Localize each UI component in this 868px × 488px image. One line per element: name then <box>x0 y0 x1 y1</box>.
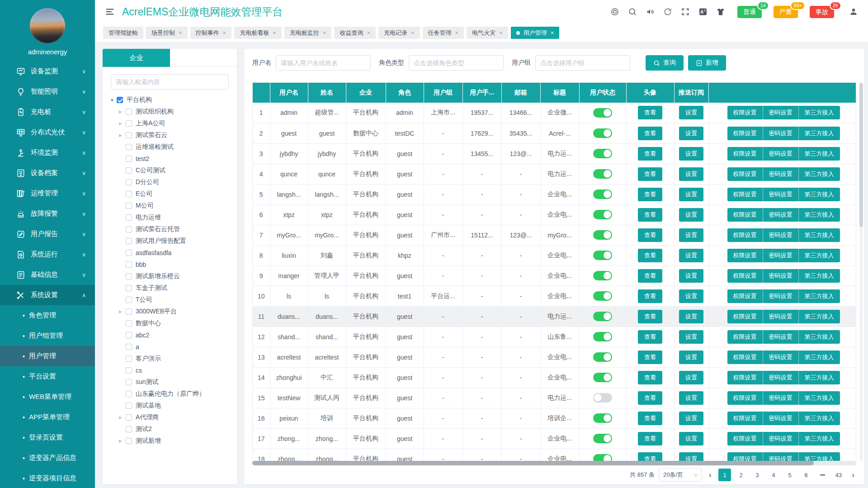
user-status-toggle[interactable] <box>593 210 612 219</box>
tab-close-icon[interactable]: × <box>223 29 226 36</box>
tree-node-root[interactable]: ▼ 平台机构 <box>110 94 237 106</box>
add-button[interactable]: 新增 <box>688 55 726 71</box>
view-avatar-button[interactable]: 查看 <box>638 188 662 201</box>
checkbox[interactable] <box>126 391 132 397</box>
user-status-toggle[interactable] <box>593 230 612 240</box>
checkbox[interactable] <box>126 167 132 174</box>
sidebar-subitem-3[interactable]: •平台设置 <box>0 366 95 387</box>
tree-node-8[interactable]: M公司 <box>119 200 237 212</box>
checkbox[interactable] <box>126 156 132 162</box>
push-settings-button[interactable]: 设置 <box>679 269 703 283</box>
avatar[interactable] <box>30 8 65 43</box>
password-settings-button[interactable]: 密码设置 <box>763 147 799 161</box>
view-avatar-button[interactable]: 查看 <box>638 167 662 181</box>
tab-close-icon[interactable]: × <box>551 29 554 36</box>
view-avatar-button[interactable]: 查看 <box>638 432 662 445</box>
user-status-toggle[interactable] <box>593 128 612 138</box>
tree-node-23[interactable]: sun测试 <box>119 376 237 388</box>
checkbox[interactable] <box>126 426 132 432</box>
page-3[interactable]: 3 <box>751 469 764 481</box>
push-settings-button[interactable]: 设置 <box>679 127 703 140</box>
tree-node-20[interactable]: a <box>119 341 237 353</box>
sidebar-item-9[interactable]: 系统运行∨ <box>0 244 95 265</box>
permission-settings-button[interactable]: 权限设置 <box>727 432 763 445</box>
tree-node-9[interactable]: 电力运维 <box>119 212 237 223</box>
tree-node-19[interactable]: abc2 <box>119 329 237 341</box>
user-status-toggle[interactable] <box>593 190 612 199</box>
checkbox[interactable] <box>126 226 132 232</box>
tree-node-3[interactable]: 运维巡检测试 <box>119 141 237 153</box>
checkbox[interactable] <box>126 238 132 244</box>
tree-node-18[interactable]: 数据中心 <box>119 317 237 329</box>
checkbox[interactable] <box>126 414 132 421</box>
push-settings-button[interactable]: 设置 <box>679 147 703 161</box>
password-settings-button[interactable]: 密码设置 <box>763 412 799 425</box>
checkbox[interactable] <box>126 438 132 444</box>
tree-node-21[interactable]: 客户演示 <box>119 353 237 365</box>
tree-node-26[interactable]: ▶A代理商 <box>119 412 237 423</box>
sidebar-item-6[interactable]: 运维管理∨ <box>0 183 95 204</box>
permission-settings-button[interactable]: 权限设置 <box>727 391 763 405</box>
push-settings-button[interactable]: 设置 <box>679 412 703 425</box>
checkbox[interactable] <box>126 403 132 409</box>
tab-2[interactable]: 控制事件× <box>190 27 232 39</box>
tree-node-24[interactable]: 山东赢伦电力（原广烨） <box>119 388 237 400</box>
tab-1[interactable]: 场景控制× <box>146 27 188 39</box>
view-avatar-button[interactable]: 查看 <box>638 391 662 405</box>
query-button[interactable]: 查询 <box>646 55 684 71</box>
caret-right-icon[interactable]: ▶ <box>119 121 126 126</box>
checkbox[interactable] <box>126 214 132 221</box>
checkbox[interactable] <box>126 355 132 362</box>
view-avatar-button[interactable]: 查看 <box>638 452 662 462</box>
page-6[interactable]: 6 <box>800 469 812 481</box>
third-party-access-button[interactable]: 第三方接入 <box>799 351 840 364</box>
third-party-access-button[interactable]: 第三方接入 <box>799 371 840 384</box>
push-settings-button[interactable]: 设置 <box>679 371 703 384</box>
view-avatar-button[interactable]: 查看 <box>638 289 662 303</box>
checkbox[interactable] <box>126 261 132 268</box>
tab-close-icon[interactable]: × <box>499 29 503 36</box>
view-avatar-button[interactable]: 查看 <box>638 228 662 242</box>
tree-node-27[interactable]: 测试2 <box>119 423 237 435</box>
user-status-toggle[interactable] <box>593 454 612 461</box>
caret-right-icon[interactable]: ▶ <box>119 133 126 137</box>
user-status-toggle[interactable] <box>593 434 612 443</box>
horizontal-scrollbar-thumb[interactable] <box>252 461 814 465</box>
tab-7[interactable]: 任务管理× <box>423 27 464 39</box>
view-avatar-button[interactable]: 查看 <box>638 310 662 323</box>
sidebar-item-0[interactable]: 设备监测∨ <box>0 61 95 81</box>
sidebar-item-8[interactable]: 用户报告∨ <box>0 224 95 244</box>
checkbox[interactable] <box>126 132 132 138</box>
search-icon[interactable] <box>628 7 637 16</box>
tree-node-28[interactable]: ▶测试新增 <box>119 435 237 447</box>
caret-right-icon[interactable]: ▶ <box>119 415 126 420</box>
tree-node-6[interactable]: D分公司 <box>119 176 237 188</box>
password-settings-button[interactable]: 密码设置 <box>763 391 799 405</box>
caret-right-icon[interactable]: ▶ <box>119 309 126 314</box>
tree-node-14[interactable]: 测试新增乐橙云 <box>119 270 237 282</box>
push-settings-button[interactable]: 设置 <box>679 228 703 242</box>
tab-close-icon[interactable]: × <box>367 29 370 36</box>
checkbox[interactable] <box>126 297 132 303</box>
push-settings-button[interactable]: 设置 <box>679 208 703 222</box>
third-party-access-button[interactable]: 第三方接入 <box>799 106 840 119</box>
permission-settings-button[interactable]: 权限设置 <box>727 106 763 119</box>
sidebar-subitem-0[interactable]: •角色管理 <box>0 305 95 326</box>
translate-icon[interactable]: A文 <box>698 7 708 16</box>
tab-5[interactable]: 收益查询× <box>334 27 376 39</box>
password-settings-button[interactable]: 密码设置 <box>763 188 799 201</box>
checkbox[interactable] <box>126 367 132 374</box>
theme-icon[interactable] <box>716 7 725 16</box>
tree-node-25[interactable]: 测试基地 <box>119 400 237 412</box>
view-avatar-button[interactable]: 查看 <box>638 351 662 364</box>
view-avatar-button[interactable]: 查看 <box>638 249 662 262</box>
caret-right-icon[interactable]: ▶ <box>119 439 126 443</box>
push-settings-button[interactable]: 设置 <box>679 351 703 364</box>
third-party-access-button[interactable]: 第三方接入 <box>799 127 840 140</box>
tree-node-10[interactable]: 测试萤石云托管 <box>119 223 237 235</box>
password-settings-button[interactable]: 密码设置 <box>763 249 799 262</box>
view-avatar-button[interactable]: 查看 <box>638 269 662 283</box>
sidebar-subitem-6[interactable]: •登录页设置 <box>0 427 95 448</box>
sidebar-item-3[interactable]: 分布式光伏∨ <box>0 122 95 142</box>
tree-search-input[interactable] <box>111 74 229 90</box>
